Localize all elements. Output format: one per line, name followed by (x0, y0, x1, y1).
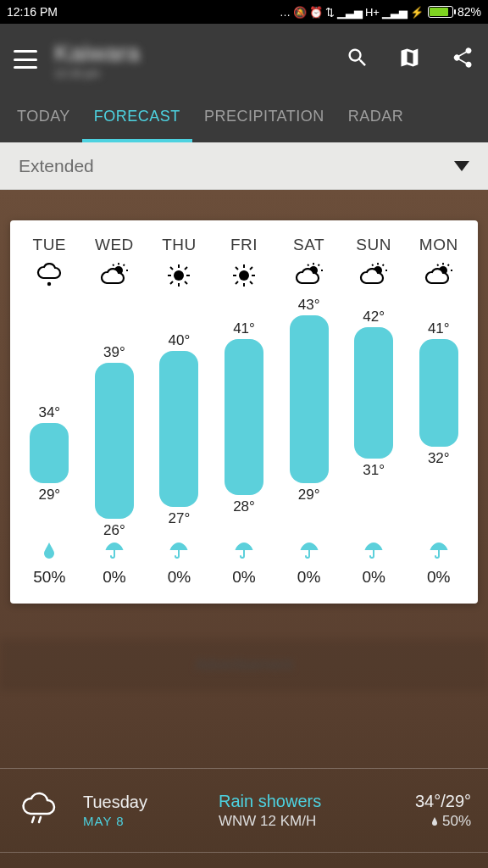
day-label: FRI (230, 236, 258, 254)
partly-cloudy-icon (100, 263, 129, 288)
temp-range-bar (30, 423, 69, 483)
umbrella-icon (364, 541, 383, 559)
network-type: H+ (365, 7, 380, 18)
forecast-content: TUE 34° 29° 50% WED 39° 26° 0% THU (0, 190, 488, 868)
high-temp: 41° (212, 320, 277, 337)
precip-value: 0% (427, 568, 450, 587)
today-date: MAY 8 (83, 814, 219, 828)
partly-cloudy-icon (424, 263, 453, 288)
drop-icon (40, 541, 58, 559)
mute-icon: 🔕 (293, 7, 307, 18)
high-temp: 34° (17, 404, 82, 421)
battery-icon (428, 6, 453, 18)
app-header: Kaiwara 12:16 pm TODAYFORECASTPRECIPITAT… (0, 24, 488, 142)
precip-value: 50% (33, 568, 65, 587)
forecast-day-fri[interactable]: FRI 41° 28° 0% (212, 236, 277, 587)
day-label: TUE (33, 236, 67, 254)
partly-cloudy-icon (359, 263, 388, 288)
today-wind: WNW 12 KM/H (219, 813, 415, 830)
high-temp: 40° (147, 332, 212, 349)
umbrella-icon (430, 541, 448, 559)
status-time: 12:16 PM (7, 5, 58, 19)
low-temp: 29° (276, 487, 341, 504)
forecast-mode-dropdown[interactable]: Extended (0, 142, 488, 190)
today-condition: Rain showers (219, 792, 415, 811)
tab-forecast[interactable]: FORECAST (82, 108, 192, 142)
forecast-day-wed[interactable]: WED 39° 26° 0% (82, 236, 147, 587)
precip-value: 0% (297, 568, 320, 587)
day-label: WED (95, 236, 134, 254)
low-temp: 26° (82, 522, 147, 539)
umbrella-icon (235, 541, 253, 559)
battery-pct: 82% (458, 5, 481, 19)
day-label: SAT (293, 236, 324, 254)
precip-value: 0% (232, 568, 255, 587)
forecast-day-sat[interactable]: SAT 43° 29° 0% (276, 236, 341, 587)
temp-bar-zone: 34° 29° (17, 297, 82, 526)
day-label: SUN (356, 236, 391, 254)
precip-value: 0% (168, 568, 191, 587)
status-bar: 12:16 PM … 🔕 ⏰ ⇅ ▁▃▅ H+ ▁▃▅ ⚡ 82% (0, 0, 488, 24)
forecast-day-sun[interactable]: SUN 42° 31° 0% (341, 236, 407, 587)
low-temp: 31° (341, 462, 407, 479)
today-day-block: Tuesday MAY 8 (83, 793, 219, 828)
today-dayname: Tuesday (83, 793, 219, 812)
today-hilo: 34°/29° (415, 792, 471, 811)
tab-today[interactable]: TODAY (5, 108, 82, 142)
search-icon[interactable] (346, 46, 369, 73)
temp-bar-zone: 43° 29° (276, 297, 341, 526)
forecast-card: TUE 34° 29° 50% WED 39° 26° 0% THU (10, 220, 478, 604)
today-temps-block: 34°/29° 50% (415, 792, 471, 830)
today-condition-block: Rain showers WNW 12 KM/H (219, 792, 415, 830)
low-temp: 32° (406, 450, 471, 467)
location-block[interactable]: Kaiwara 12:16 pm (54, 40, 346, 80)
tab-bar: TODAYFORECASTPRECIPITATIONRADAR (0, 95, 488, 142)
temp-range-bar (159, 351, 198, 507)
high-temp: 43° (276, 297, 341, 314)
precip-value: 0% (103, 568, 125, 587)
day-label: MON (419, 236, 458, 254)
low-temp: 27° (147, 510, 212, 527)
precip-value: 0% (362, 568, 385, 587)
temp-bar-zone: 41° 32° (406, 297, 471, 526)
temp-bar-zone: 41° 28° (212, 297, 277, 526)
today-summary-strip[interactable]: Tuesday MAY 8 Rain showers WNW 12 KM/H 3… (0, 768, 488, 853)
tab-radar[interactable]: RADAR (336, 108, 416, 142)
rain-cloud-icon (35, 263, 64, 288)
sunny-icon (164, 263, 193, 288)
menu-button[interactable] (14, 50, 37, 69)
location-subtext: 12:16 pm (54, 67, 346, 80)
forecast-day-mon[interactable]: MON 41° 32° 0% (406, 236, 471, 587)
forecast-mode-label: Extended (19, 156, 94, 176)
location-name: Kaiwara (54, 40, 346, 67)
tab-precipitation[interactable]: PRECIPITATION (192, 108, 336, 142)
high-temp: 41° (406, 320, 471, 337)
more-icon: … (280, 7, 291, 18)
signal-1-icon: ▁▃▅ (337, 7, 363, 18)
share-icon[interactable] (451, 46, 474, 73)
temp-bar-zone: 40° 27° (147, 297, 212, 526)
temp-range-bar (95, 363, 134, 519)
umbrella-icon (300, 541, 319, 559)
temp-bar-zone: 39° 26° (82, 297, 147, 526)
temp-range-bar (290, 315, 329, 483)
advertisement-banner[interactable]: Advertisement (0, 639, 488, 690)
rain-cloud-icon (17, 788, 64, 832)
temp-range-bar (419, 339, 458, 447)
alarm-icon: ⏰ (309, 7, 323, 18)
low-temp: 28° (212, 498, 277, 515)
temp-bar-zone: 42° 31° (341, 297, 407, 526)
status-tray: … 🔕 ⏰ ⇅ ▁▃▅ H+ ▁▃▅ ⚡ 82% (280, 5, 481, 19)
partly-cloudy-icon (295, 263, 324, 288)
map-icon[interactable] (398, 46, 422, 73)
forecast-day-thu[interactable]: THU 40° 27° 0% (147, 236, 212, 587)
day-label: THU (162, 236, 197, 254)
low-temp: 29° (17, 487, 82, 504)
today-precip: 50% (415, 813, 471, 830)
temp-range-bar (225, 339, 263, 495)
umbrella-icon (169, 541, 188, 559)
temp-range-bar (354, 327, 393, 459)
forecast-day-tue[interactable]: TUE 34° 29° 50% (17, 236, 82, 587)
sunny-icon (230, 263, 258, 288)
sync-icon: ⇅ (325, 7, 335, 18)
